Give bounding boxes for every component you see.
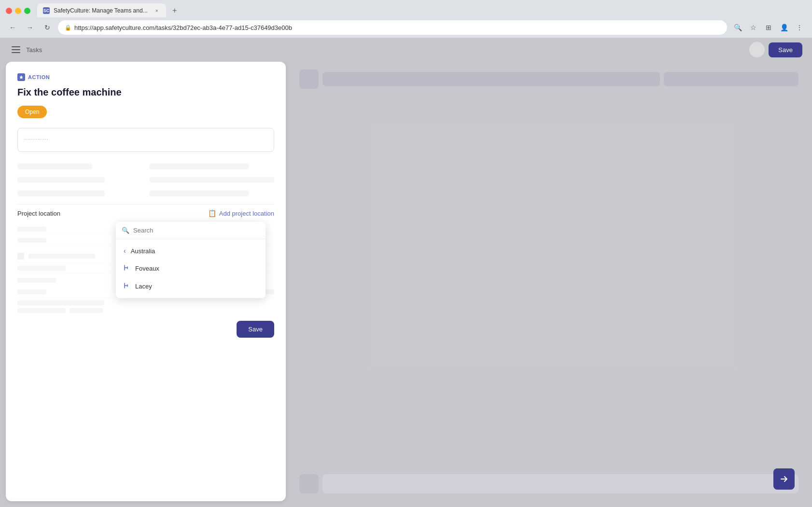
right-panel: [292, 62, 806, 501]
traffic-lights: [6, 8, 30, 14]
browser-actions: 🔍 ☆ ⊞ 👤 ⋮: [731, 21, 806, 34]
field-site-value: [150, 189, 274, 196]
field-due-label: [17, 175, 142, 183]
footer-save-button[interactable]: Save: [237, 321, 274, 338]
field-due-value: [150, 175, 274, 183]
lock-icon: 🔒: [65, 25, 71, 31]
right-panel-content: [299, 95, 798, 463]
location-item-foveaux[interactable]: Foveaux: [116, 260, 266, 277]
back-arrow-icon: ‹: [124, 247, 126, 255]
more-options-button[interactable]: ⋮: [793, 21, 806, 34]
right-panel-icon: [299, 69, 319, 89]
minimize-window-button[interactable]: [15, 8, 21, 14]
menu-line: [12, 52, 20, 53]
avatar-button[interactable]: [749, 42, 765, 57]
description-placeholder: ··············: [24, 135, 48, 142]
location-item-label: Australia: [131, 247, 155, 255]
top-bar: Tasks Save: [0, 38, 812, 62]
address-url: https://app.safetyculture.com/tasks/32bd…: [74, 24, 292, 31]
action-footer: Save: [17, 321, 274, 338]
right-panel-bottom: [299, 468, 798, 493]
browser-chrome: SC SafetyCulture: Manage Teams and... × …: [0, 0, 812, 38]
search-button[interactable]: 🔍: [731, 21, 744, 34]
add-location-text: Add project location: [219, 210, 274, 217]
branch-icon: [124, 282, 130, 290]
top-bar-left: Tasks: [10, 44, 42, 55]
tab-close-button[interactable]: ×: [154, 7, 160, 14]
menu-icon-button[interactable]: [10, 44, 22, 55]
bookmark-button[interactable]: ☆: [746, 21, 760, 34]
right-panel-input[interactable]: [322, 474, 798, 493]
breadcrumb: Tasks: [26, 46, 42, 54]
search-icon: 🔍: [122, 227, 129, 234]
new-tab-button[interactable]: +: [168, 4, 182, 17]
fullscreen-window-button[interactable]: [24, 8, 30, 14]
forward-button[interactable]: →: [23, 21, 37, 34]
location-list: ‹ Australia Foveaux: [116, 239, 266, 298]
refresh-button[interactable]: ↻: [41, 21, 54, 34]
description-field[interactable]: ··············: [17, 128, 274, 152]
field-assignee-value: [150, 162, 274, 169]
branch-icon: [124, 264, 130, 273]
project-location-row: Project location 📋 Add project location: [17, 204, 274, 222]
location-search-container: 🔍: [116, 222, 266, 239]
send-button[interactable]: [773, 468, 795, 490]
right-panel-tab-1[interactable]: [322, 72, 660, 86]
back-button[interactable]: ←: [6, 21, 19, 34]
app-content: Tasks Save ACTION Fix the coffee machine: [0, 38, 812, 507]
location-item-lacey[interactable]: Lacey: [116, 277, 266, 295]
field-assignee-label: [17, 162, 142, 169]
field-site-label: [17, 189, 142, 196]
add-project-location-button[interactable]: 📋 Add project location: [208, 209, 274, 217]
nav-bar: ← → ↻ 🔒 https://app.safetyculture.com/ta…: [0, 17, 812, 38]
right-panel-top: [299, 69, 798, 89]
menu-line: [12, 46, 20, 47]
menu-line: [12, 49, 20, 50]
location-dropdown: 🔍 ‹ Australia Foveaux: [116, 222, 266, 298]
tab-title: SafetyCulture: Manage Teams and...: [54, 7, 148, 14]
action-label: ACTION: [28, 74, 50, 80]
location-item-label: Foveaux: [135, 265, 159, 272]
split-layout: ACTION Fix the coffee machine Open ·····…: [0, 62, 812, 507]
status-chip[interactable]: Open: [17, 106, 47, 118]
tab-favicon: SC: [43, 7, 50, 14]
location-pin-icon: 📋: [208, 209, 216, 217]
close-window-button[interactable]: [6, 8, 12, 14]
fields-grid: [17, 162, 274, 196]
top-bar-right: Save: [749, 42, 802, 57]
action-icon: [17, 73, 25, 81]
right-panel-tab-2[interactable]: [664, 72, 798, 86]
location-search-input[interactable]: [133, 227, 260, 234]
save-button[interactable]: Save: [769, 42, 802, 57]
project-location-label: Project location: [17, 210, 60, 217]
active-tab[interactable]: SC SafetyCulture: Manage Teams and... ×: [37, 3, 166, 18]
action-badge: ACTION: [17, 73, 274, 81]
location-item-label: Lacey: [135, 283, 152, 290]
panel-title: Fix the coffee machine: [17, 87, 274, 98]
extensions-button[interactable]: ⊞: [762, 21, 775, 34]
right-panel-bottom-icon: [299, 474, 319, 493]
tab-bar: SC SafetyCulture: Manage Teams and... × …: [0, 0, 812, 17]
address-bar[interactable]: 🔒 https://app.safetyculture.com/tasks/32…: [58, 20, 727, 35]
location-item-australia[interactable]: ‹ Australia: [116, 242, 266, 260]
profile-button[interactable]: 👤: [777, 21, 791, 34]
